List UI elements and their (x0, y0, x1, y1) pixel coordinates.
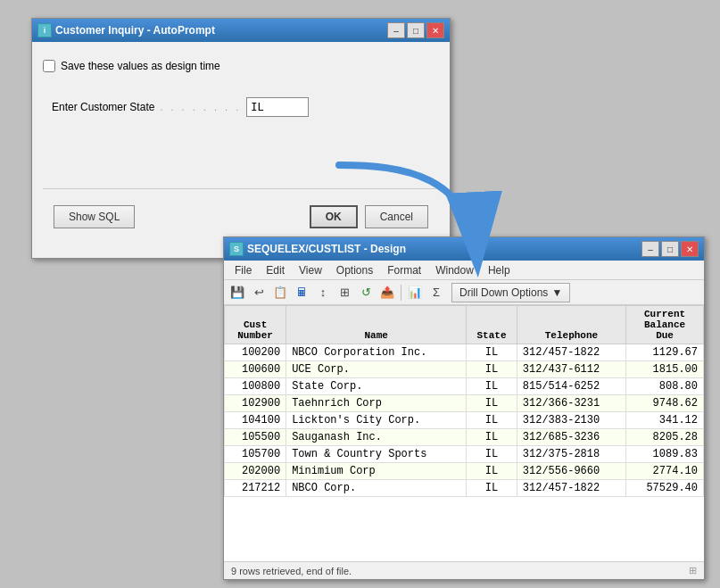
menu-edit[interactable]: Edit (259, 261, 292, 279)
resize-grip-icon: ⊞ (689, 565, 697, 576)
menu-file[interactable]: File (228, 261, 259, 279)
design-content: File Edit View Options Format Window Hel… (224, 261, 704, 579)
cell-r6-c4: 1089.83 (626, 446, 704, 463)
status-text: 9 rows retrieved, end of file. (231, 566, 352, 576)
cell-r7-c1: Minimium Corp (286, 463, 467, 480)
cell-r7-c4: 2774.10 (626, 463, 704, 480)
customer-state-row: Enter Customer State . . . . . . . . (43, 97, 439, 117)
table-row[interactable]: 105500Sauganash Inc.IL312/685-32368205.2… (225, 429, 704, 446)
menu-view[interactable]: View (292, 261, 329, 279)
cell-r6-c0: 105700 (225, 446, 286, 463)
cell-r4-c3: 312/383-2130 (517, 412, 625, 429)
cell-r7-c2: IL (467, 463, 517, 480)
cell-r8-c3: 312/457-1822 (517, 480, 625, 497)
toolbar: 💾 ↩ 📋 🖩 ↕ ⊞ ↺ 📤 📊 Σ Drill Down Options ▼ (224, 280, 704, 305)
cell-r8-c4: 57529.40 (626, 480, 704, 497)
status-bar: 9 rows retrieved, end of file. ⊞ (224, 561, 704, 579)
tb-back-btn[interactable]: ↩ (249, 283, 269, 302)
cell-r3-c3: 312/366-3231 (517, 395, 625, 412)
autoprompt-maximize-btn[interactable]: □ (407, 22, 425, 38)
autoprompt-window: i Customer Inquiry - AutoPrompt – □ ✕ Sa… (31, 18, 451, 259)
cell-r3-c2: IL (467, 395, 517, 412)
col-header-telephone: Telephone (517, 306, 625, 344)
drill-down-button[interactable]: Drill Down Options ▼ (451, 283, 570, 302)
tb-export-btn[interactable]: 📤 (377, 283, 397, 302)
cell-r5-c0: 105500 (225, 429, 286, 446)
col-header-balance: CurrentBalanceDue (626, 306, 704, 344)
cell-r3-c4: 9748.62 (626, 395, 704, 412)
cell-r5-c1: Sauganash Inc. (286, 429, 467, 446)
cell-r1-c1: UCE Corp. (286, 361, 467, 378)
customer-state-label: Enter Customer State (52, 101, 154, 113)
design-minimize-btn[interactable]: – (641, 241, 659, 257)
autoprompt-title-bar: i Customer Inquiry - AutoPrompt – □ ✕ (32, 19, 450, 42)
col-header-name: Name (286, 306, 467, 344)
cell-r0-c3: 312/457-1822 (517, 344, 625, 361)
toolbar-separator-1 (401, 285, 401, 301)
cell-r0-c2: IL (467, 344, 517, 361)
col-header-state: State (467, 306, 517, 344)
cell-r1-c0: 100600 (225, 361, 286, 378)
tb-calc-btn[interactable]: 🖩 (292, 283, 311, 302)
design-title: SEQUELEX/CUSTLIST - Design (247, 243, 406, 255)
design-icon: S (229, 242, 244, 256)
cell-r1-c2: IL (467, 361, 517, 378)
table-row[interactable]: 100600UCE Corp.IL312/437-61121815.00 (225, 361, 704, 378)
customer-state-input[interactable] (246, 97, 309, 117)
tb-sort-btn[interactable]: ↕ (313, 283, 333, 302)
cell-r5-c3: 312/685-3236 (517, 429, 625, 446)
menu-bar: File Edit View Options Format Window Hel… (224, 261, 704, 280)
design-maximize-btn[interactable]: □ (661, 241, 679, 257)
cell-r8-c2: IL (467, 480, 517, 497)
save-values-label: Save these values as design time (61, 60, 220, 72)
cell-r6-c2: IL (467, 446, 517, 463)
drill-down-arrow-icon: ▼ (551, 286, 562, 299)
design-close-btn[interactable]: ✕ (681, 241, 699, 257)
table-row[interactable]: 100800State Corp.IL815/514-6252808.80 (225, 378, 704, 395)
tb-refresh-btn[interactable]: ↺ (356, 283, 376, 302)
menu-help[interactable]: Help (481, 261, 517, 279)
cell-r0-c1: NBCO Corporation Inc. (286, 344, 467, 361)
cell-r2-c1: State Corp. (286, 378, 467, 395)
cell-r2-c3: 815/514-6252 (517, 378, 625, 395)
cell-r2-c0: 100800 (225, 378, 286, 395)
menu-format[interactable]: Format (380, 261, 428, 279)
tb-chart-btn[interactable]: 📊 (405, 283, 425, 302)
table-row[interactable]: 100200NBCO Corporation Inc.IL312/457-182… (225, 344, 704, 361)
save-values-checkbox[interactable] (43, 60, 55, 72)
tb-filter-btn[interactable]: ⊞ (335, 283, 354, 302)
cell-r3-c1: Taehnrich Corp (286, 395, 467, 412)
ok-button[interactable]: OK (310, 205, 358, 228)
cell-r4-c0: 104100 (225, 412, 286, 429)
menu-options[interactable]: Options (329, 261, 380, 279)
table-row[interactable]: 104100Lickton's City Corp.IL312/383-2130… (225, 412, 704, 429)
autoprompt-buttons: Show SQL OK Cancel (43, 198, 439, 236)
cell-r8-c1: NBCO Corp. (286, 480, 467, 497)
tb-sum-btn[interactable]: Σ (426, 283, 446, 302)
save-values-row: Save these values as design time (43, 53, 439, 79)
autoprompt-icon: i (37, 23, 52, 37)
cell-r2-c4: 808.80 (626, 378, 704, 395)
cell-r0-c0: 100200 (225, 344, 286, 361)
button-separator (43, 188, 439, 189)
autoprompt-close-btn[interactable]: ✕ (426, 22, 444, 38)
cancel-button[interactable]: Cancel (365, 205, 428, 228)
cell-r4-c1: Lickton's City Corp. (286, 412, 467, 429)
autoprompt-minimize-btn[interactable]: – (387, 22, 405, 38)
menu-window[interactable]: Window (428, 261, 481, 279)
cell-r0-c4: 1129.67 (626, 344, 704, 361)
tb-copy-btn[interactable]: 📋 (270, 283, 290, 302)
table-row[interactable]: 217212NBCO Corp.IL312/457-182257529.40 (225, 480, 704, 497)
table-row[interactable]: 105700Town & Country SportsIL312/375-281… (225, 446, 704, 463)
show-sql-button[interactable]: Show SQL (54, 205, 135, 228)
table-header-row: CustNumber Name State Telephone CurrentB… (225, 306, 704, 344)
cell-r6-c1: Town & Country Sports (286, 446, 467, 463)
table-row[interactable]: 202000Minimium CorpIL312/556-96602774.10 (225, 463, 704, 480)
cell-r3-c0: 102900 (225, 395, 286, 412)
tb-save-btn[interactable]: 💾 (228, 283, 247, 302)
data-area: CustNumber Name State Telephone CurrentB… (224, 305, 704, 561)
design-title-bar: S SEQUELEX/CUSTLIST - Design – □ ✕ (224, 237, 704, 261)
col-header-cust-number: CustNumber (225, 306, 286, 344)
cell-r8-c0: 217212 (225, 480, 286, 497)
table-row[interactable]: 102900Taehnrich CorpIL312/366-32319748.6… (225, 395, 704, 412)
